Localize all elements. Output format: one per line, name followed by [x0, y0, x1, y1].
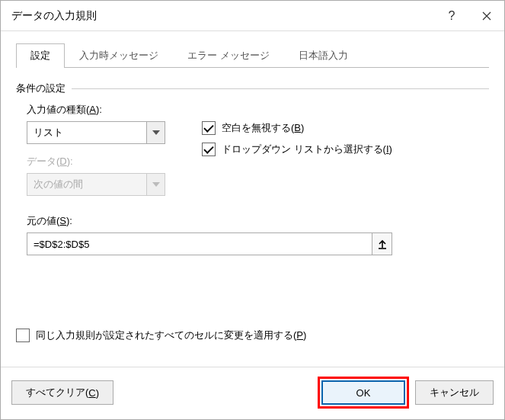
tab-input-message[interactable]: 入力時メッセージ: [65, 43, 173, 68]
checkbox-checked-icon: [202, 121, 216, 135]
title-bar: データの入力規則 ?: [1, 1, 504, 31]
criteria-content: 入力値の種類(A): リスト データ(D): 次の値の間: [16, 95, 489, 255]
cancel-button[interactable]: キャンセル: [415, 380, 494, 405]
apply-all-checkbox[interactable]: 同じ入力規則が設定されたすべてのセルに変更を適用する(P): [16, 329, 489, 342]
data-label: データ(D):: [27, 155, 179, 168]
close-icon: [482, 11, 491, 21]
chevron-down-icon: [152, 182, 160, 187]
allow-label: 入力値の種類(A):: [27, 103, 179, 117]
criteria-divider: [72, 88, 489, 89]
close-button[interactable]: [469, 1, 504, 31]
checkbox-unchecked-icon: [16, 329, 30, 342]
ignore-blank-checkbox[interactable]: 空白を無視する(B): [202, 121, 489, 135]
collapse-dialog-icon: [377, 239, 388, 249]
in-cell-dropdown-label: ドロップダウン リストから選択する(I): [222, 143, 392, 156]
chevron-down-icon: [152, 130, 160, 135]
data-validation-dialog: データの入力規則 ? 設定 入力時メッセージ エラー メッセージ 日本語入力 条…: [0, 0, 505, 420]
source-label: 元の値(S):: [27, 214, 489, 228]
ok-button[interactable]: OK: [321, 380, 405, 405]
data-select: 次の値の間: [27, 173, 165, 196]
ignore-blank-label: 空白を無視する(B): [222, 121, 304, 135]
in-cell-dropdown-checkbox[interactable]: ドロップダウン リストから選択する(I): [202, 143, 489, 156]
data-select-value: 次の値の間: [27, 174, 146, 195]
allow-select[interactable]: リスト: [27, 121, 165, 144]
data-select-arrow: [146, 174, 165, 195]
apply-all-label: 同じ入力規則が設定されたすべてのセルに変更を適用する(P): [36, 329, 306, 342]
dialog-body: 設定 入力時メッセージ エラー メッセージ 日本語入力 条件の設定 入力値の種類…: [1, 31, 504, 367]
clear-all-button[interactable]: すべてクリア(C): [11, 380, 113, 405]
criteria-legend: 条件の設定: [16, 82, 66, 95]
tab-settings[interactable]: 設定: [16, 43, 65, 68]
tab-strip: 設定 入力時メッセージ エラー メッセージ 日本語入力: [16, 43, 489, 68]
dialog-title: データの入力規則: [11, 9, 434, 23]
tab-ime-mode[interactable]: 日本語入力: [284, 43, 363, 68]
allow-select-arrow: [146, 122, 165, 143]
range-picker-button[interactable]: [372, 233, 392, 255]
checkbox-checked-icon: [202, 143, 216, 156]
criteria-fieldset: 条件の設定: [16, 82, 489, 95]
button-bar: すべてクリア(C) OK キャンセル: [1, 367, 504, 419]
tab-error-alert[interactable]: エラー メッセージ: [173, 43, 284, 68]
help-button[interactable]: ?: [434, 1, 469, 31]
ok-highlight: OK: [318, 377, 409, 409]
allow-select-value: リスト: [27, 122, 146, 143]
source-input[interactable]: [27, 233, 372, 255]
source-input-container: [27, 232, 392, 255]
